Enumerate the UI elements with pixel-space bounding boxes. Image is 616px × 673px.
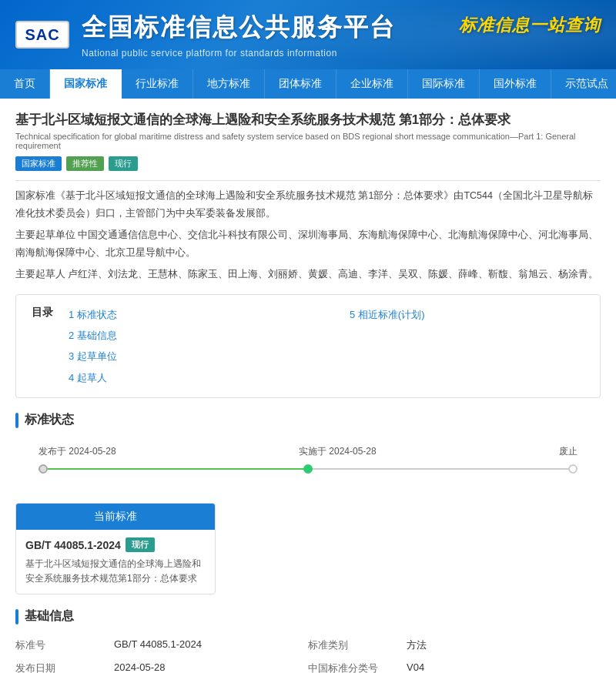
- basic-info-section-header: 基础信息: [15, 608, 601, 624]
- table-of-contents: 目录 1 标准状态 5 相近标准(计划) 2 基础信息 3 起草单位 4 起草人: [15, 294, 601, 399]
- page-title-en: Technical specification for global marit…: [15, 132, 601, 150]
- badges-row: 国家标准 推荐性 现行: [15, 156, 601, 171]
- nav-item-group[interactable]: 团体标准: [265, 69, 336, 99]
- info-label-pub-date: 发布日期: [15, 657, 108, 673]
- toc-item-empty2: [350, 347, 584, 365]
- main-content: 基于北斗区域短报文通信的全球海上遇险和安全系统服务技术规范 第1部分：总体要求 …: [0, 99, 616, 673]
- timeline-labels: 发布于 2024-05-28 实施于 2024-05-28 废止: [31, 445, 585, 458]
- basic-info-section-title: 基础信息: [25, 608, 74, 624]
- toc-item-empty3: [350, 369, 584, 387]
- nav-item-local[interactable]: 地方标准: [193, 69, 265, 99]
- info-value-std-num: GB/T 44085.1-2024: [108, 634, 308, 657]
- site-header: SAC 全国标准信息公共服务平台 National public service…: [0, 0, 616, 69]
- desc-1: 国家标准《基于北斗区域短报文通信的全球海上遇险和安全系统服务技术规范 第1部分：…: [15, 187, 601, 222]
- nav-item-foreign[interactable]: 国外标准: [480, 69, 551, 99]
- nav-item-pilot[interactable]: 示范试点: [551, 69, 616, 99]
- section-bar-2: [15, 609, 18, 624]
- page-title: 基于北斗区域短报文通信的全球海上遇险和安全系统服务技术规范 第1部分：总体要求: [15, 111, 601, 129]
- info-label-cn-cls: 中国标准分类号: [308, 657, 400, 673]
- timeline-implemented-label: 实施于 2024-05-28: [299, 445, 377, 458]
- badge-national: 国家标准: [15, 156, 62, 171]
- toc-item-1[interactable]: 1 标准状态: [69, 306, 303, 323]
- section-bar: [15, 413, 18, 428]
- timeline-published-label: 发布于 2024-05-28: [38, 445, 116, 458]
- nav-item-international[interactable]: 国际标准: [408, 69, 480, 99]
- badge-recommended: 推荐性: [66, 156, 104, 171]
- std-status-section-header: 标准状态: [15, 412, 601, 428]
- toc-item-empty: [350, 326, 584, 344]
- nav-item-home[interactable]: 首页: [0, 69, 50, 99]
- toc-label: 目录: [32, 306, 53, 387]
- desc-2: 主要起草单位 中国交通通信信息中心、交信北斗科技有限公司、深圳海事局、东海航海保…: [15, 226, 601, 261]
- header-slogan: 标准信息一站查询: [459, 14, 601, 37]
- basic-info-table: 标准号 GB/T 44085.1-2024 标准类别 方法 发布日期 2024-…: [15, 634, 601, 673]
- info-value-pub-date: 2024-05-28: [108, 657, 308, 673]
- site-logo: SAC: [15, 21, 69, 49]
- nav-item-national[interactable]: 国家标准: [50, 69, 122, 99]
- timeline-track: [38, 461, 578, 477]
- std-code-text: GB/T 44085.1-2024: [25, 539, 121, 551]
- timeline: 发布于 2024-05-28 实施于 2024-05-28 废止: [15, 437, 601, 492]
- timeline-dot-start: [38, 464, 48, 474]
- current-std-code: GB/T 44085.1-2024 现行: [25, 537, 206, 552]
- toc-item-3[interactable]: 3 起草单位: [69, 347, 303, 365]
- std-status-section-title: 标准状态: [25, 412, 74, 428]
- desc-3: 主要起草人 卢红洋、刘法龙、王慧林、陈家玉、田上海、刘丽娇、黄媛、高迪、李洋、吴…: [15, 266, 601, 283]
- timeline-line-active: [38, 468, 308, 470]
- current-std-desc: 基于北斗区域短报文通信的全球海上遇险和安全系统服务技术规范第1部分：总体要求: [25, 557, 206, 586]
- toc-item-5[interactable]: 5 相近标准(计划): [350, 306, 584, 323]
- current-standard-card: 当前标准 GB/T 44085.1-2024 现行 基于北斗区域短报文通信的全球…: [15, 503, 216, 594]
- info-value-cn-cls: V04: [400, 657, 601, 673]
- timeline-abolished-label: 废止: [559, 445, 578, 458]
- current-std-header: 当前标准: [16, 504, 215, 530]
- toc-items: 1 标准状态 5 相近标准(计划) 2 基础信息 3 起草单位 4 起草人: [69, 306, 584, 387]
- nav-item-industry[interactable]: 行业标准: [122, 69, 193, 99]
- badge-current: 现行: [109, 156, 138, 171]
- divider-1: [15, 180, 601, 181]
- main-nav: 首页 国家标准 行业标准 地方标准 团体标准 企业标准 国际标准 国外标准 示范…: [0, 69, 616, 99]
- info-label-std-type: 标准类别: [308, 634, 400, 657]
- logo-text: SAC: [23, 25, 62, 44]
- nav-item-enterprise[interactable]: 企业标准: [336, 69, 408, 99]
- current-std-body: GB/T 44085.1-2024 现行 基于北斗区域短报文通信的全球海上遇险和…: [16, 530, 215, 594]
- timeline-dot-middle: [303, 464, 313, 474]
- info-value-std-type: 方法: [400, 634, 601, 657]
- toc-item-4[interactable]: 4 起草人: [69, 369, 303, 387]
- std-current-badge: 现行: [126, 537, 155, 552]
- toc-item-2[interactable]: 2 基础信息: [69, 326, 303, 344]
- info-label-std-num: 标准号: [15, 634, 108, 657]
- timeline-dot-end: [568, 464, 578, 474]
